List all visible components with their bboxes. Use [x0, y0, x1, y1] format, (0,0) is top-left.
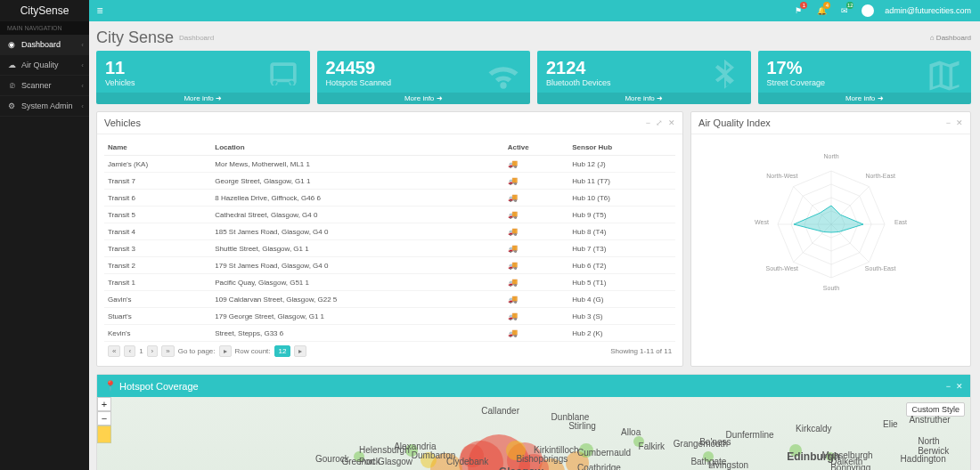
- col-name[interactable]: Name: [104, 140, 211, 156]
- pager-rowcount[interactable]: 12: [274, 345, 291, 357]
- table-row[interactable]: Transit 2179 St James Road, Glasgow, G4 …: [104, 257, 675, 274]
- sidebar-item-label: System Admin: [21, 101, 73, 110]
- stat-card-bluetooth-devices: 2124Bluetooth DevicesMore info ➜: [537, 51, 751, 104]
- map-city-label: Cumbernauld: [577, 448, 631, 458]
- breadcrumb[interactable]: ⌂ Dashboard: [930, 34, 971, 42]
- expand-icon[interactable]: ⤢: [656, 118, 663, 127]
- brand-logo[interactable]: CitySense: [0, 0, 89, 21]
- cell-location: George Street, Glasgow, G1 1: [211, 173, 503, 190]
- bus-icon: [264, 56, 303, 97]
- cell-location: 179 George Street, Glasgow, G1 1: [211, 308, 503, 325]
- stat-card-hotspots-scanned: 24459Hotspots ScannedMore info ➜: [317, 51, 531, 104]
- map-city-label: Stirling: [568, 421, 596, 431]
- table-row[interactable]: Transit 68 Hazellea Drive, Giffnock, G46…: [104, 190, 675, 207]
- zoom-in-button[interactable]: +: [97, 397, 111, 411]
- pager-next[interactable]: ›: [147, 345, 159, 357]
- cell-name: Jamie's (KA): [104, 156, 211, 173]
- sidebar-section-label: MAIN NAVIGATION: [0, 21, 89, 35]
- cell-name: Kevin's: [104, 325, 211, 342]
- table-row[interactable]: Transit 5Cathedral Street, Glasgow, G4 0…: [104, 207, 675, 223]
- cell-hub: Hub 10 (T6): [568, 190, 675, 207]
- table-row[interactable]: Transit 1Pacific Quay, Glasgow, G51 1🚚Hu…: [104, 274, 675, 291]
- minimize-icon[interactable]: −: [646, 118, 650, 127]
- sidebar-item-scanner[interactable]: ⎚Scanner‹: [0, 76, 89, 96]
- zoom-out-button[interactable]: −: [97, 411, 111, 425]
- pager-rowcount-apply[interactable]: ▸: [294, 345, 306, 357]
- cell-hub: Hub 9 (T5): [568, 207, 675, 223]
- cell-active: 🚚: [504, 308, 569, 325]
- cell-name: Stuart's: [104, 308, 211, 325]
- sidebar-item-label: Scanner: [21, 81, 52, 90]
- stat-card-street-coverage: 17%Street CoverageMore info ➜: [758, 51, 972, 104]
- cell-hub: Hub 7 (T3): [568, 240, 675, 257]
- pager-first[interactable]: «: [108, 345, 120, 357]
- cell-name: Transit 7: [104, 173, 211, 190]
- minimize-icon[interactable]: −: [946, 382, 951, 391]
- minimize-icon[interactable]: −: [946, 118, 951, 127]
- pager-prev[interactable]: ‹: [124, 345, 135, 357]
- col-sensor-hub[interactable]: Sensor Hub: [568, 140, 675, 156]
- radar-axis-label: West: [755, 219, 769, 225]
- map-city-label: Bo'ness: [699, 437, 731, 447]
- aqi-radar-chart: NorthNorth-EastEastSouth-EastSouthSouth-…: [715, 140, 947, 300]
- chevron-left-icon: ‹: [81, 41, 84, 49]
- hotspot-panel: 📍 Hotspot Coverage − ✕ + − Custom Style …: [96, 374, 971, 470]
- map-city-label: Kirkintilloch: [534, 445, 579, 455]
- chevron-left-icon: ‹: [81, 61, 84, 69]
- cell-location: Pacific Quay, Glasgow, G51 1: [211, 274, 503, 291]
- cell-location: 185 St James Road, Glasgow, G4 0: [211, 223, 503, 240]
- table-row[interactable]: Stuart's179 George Street, Glasgow, G1 1…: [104, 308, 675, 325]
- cell-active: 🚚: [504, 291, 569, 308]
- pager-goto-button[interactable]: ▸: [219, 345, 232, 357]
- sidebar-item-system-admin[interactable]: ⚙System Admin‹: [0, 96, 89, 117]
- table-row[interactable]: Kevin'sStreet, Stepps, G33 6🚚Hub 2 (K): [104, 325, 675, 342]
- envelope-icon[interactable]: ✉12: [838, 4, 851, 17]
- cell-name: Transit 5: [104, 207, 211, 223]
- radar-axis-label: North-East: [865, 173, 895, 179]
- bell-icon[interactable]: 🔔4: [815, 4, 828, 17]
- pager-rowcount-label: Row count:: [235, 347, 271, 355]
- close-icon[interactable]: ✕: [956, 382, 963, 391]
- map-city-label: Dunblane: [551, 412, 590, 422]
- streetview-pegman[interactable]: [97, 425, 111, 443]
- close-icon[interactable]: ✕: [668, 118, 675, 127]
- map-canvas[interactable]: + − Custom Style Google Map data ©2016 G…: [97, 397, 970, 470]
- vehicles-table: NameLocationActiveSensor Hub Jamie's (KA…: [104, 140, 675, 342]
- map-city-label: Glasgow: [499, 466, 543, 470]
- user-email[interactable]: admin@futurecities.com: [885, 6, 971, 15]
- close-icon[interactable]: ✕: [956, 118, 963, 127]
- sidebar-item-label: Air Quality: [21, 61, 59, 69]
- table-row[interactable]: Transit 3Shuttle Street, Glasgow, G1 1🚚H…: [104, 240, 675, 257]
- cell-active: 🚚: [504, 173, 569, 190]
- map-city-label: Kirkcaldy: [796, 424, 832, 434]
- table-row[interactable]: Jamie's (KA)Mor Mews, Motherwell, ML1 1🚚…: [104, 156, 675, 173]
- page-title: City Sense: [96, 28, 174, 47]
- chevron-left-icon: ‹: [81, 102, 84, 110]
- cell-active: 🚚: [504, 156, 569, 173]
- cell-location: 179 St James Road, Glasgow, G4 0: [211, 257, 503, 274]
- sidebar-icon: ⎚: [7, 81, 16, 90]
- pager-last[interactable]: »: [161, 345, 174, 357]
- col-location[interactable]: Location: [211, 140, 503, 156]
- avatar[interactable]: [862, 4, 874, 17]
- cell-name: Gavin's: [104, 291, 211, 308]
- map-city-label: Callander: [481, 406, 519, 416]
- pager-showing: Showing 1-11 of 11: [610, 347, 672, 355]
- cell-location: Shuttle Street, Glasgow, G1 1: [211, 240, 503, 257]
- cell-location: 109 Caldarvan Street, Glasgow, G22 5: [211, 291, 503, 308]
- pin-icon: 📍: [104, 380, 117, 392]
- table-row[interactable]: Transit 7George Street, Glasgow, G1 1🚚Hu…: [104, 173, 675, 190]
- cell-active: 🚚: [504, 190, 569, 207]
- menu-toggle-icon[interactable]: ≡: [89, 4, 110, 17]
- col-active[interactable]: Active: [504, 140, 569, 156]
- cell-location: Mor Mews, Motherwell, ML1 1: [211, 156, 503, 173]
- map-city-label: Dunfermline: [726, 430, 774, 440]
- flag-icon[interactable]: ⚑1: [792, 4, 804, 17]
- sidebar-item-air-quality[interactable]: ☁Air Quality‹: [0, 55, 89, 76]
- sidebar-icon: ◉: [7, 40, 16, 49]
- radar-axis-label: North-West: [766, 173, 797, 179]
- table-row[interactable]: Gavin's109 Caldarvan Street, Glasgow, G2…: [104, 291, 675, 308]
- sidebar-icon: ⚙: [7, 101, 16, 110]
- sidebar-item-dashboard[interactable]: ◉Dashboard‹: [0, 35, 89, 55]
- table-row[interactable]: Transit 4185 St James Road, Glasgow, G4 …: [104, 223, 675, 240]
